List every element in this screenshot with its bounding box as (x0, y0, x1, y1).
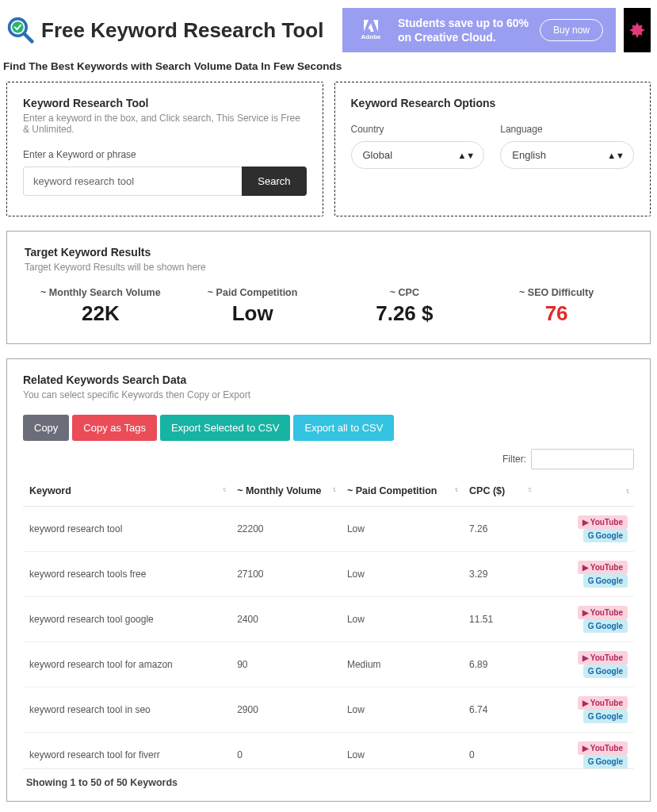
google-badge[interactable]: GGoogle (583, 529, 628, 542)
related-subtitle: You can select specific Keywords then Co… (23, 389, 634, 400)
sort-icon: ↑↓ (454, 485, 456, 493)
table-cell-actions: ▶YouTubeGGoogle (537, 642, 634, 688)
export-selected-csv-button[interactable]: Export Selected to CSV (160, 415, 291, 441)
table-cell: 22200 (231, 507, 341, 552)
table-cell: 0 (231, 733, 341, 770)
table-cell: 0 (463, 733, 537, 770)
table-cell: 7.26 (463, 507, 537, 552)
metric-label: ~ Monthly Search Volume (25, 287, 177, 298)
sort-icon: ↑↓ (528, 485, 530, 493)
table-cell: Low (341, 552, 463, 597)
youtube-badge[interactable]: ▶YouTube (578, 696, 628, 710)
column-header[interactable]: ~ Monthly Volume↑↓ (231, 476, 341, 507)
table-cell: 2400 (231, 597, 341, 642)
search-button[interactable]: Search (242, 167, 306, 196)
google-badge[interactable]: GGoogle (583, 574, 628, 588)
metric-value: 22K (25, 301, 177, 326)
search-card-title: Keyword Research Tool (23, 97, 307, 109)
table-cell: 3.29 (463, 552, 537, 597)
column-header[interactable]: ~ Paid Competition↑↓ (341, 476, 463, 507)
table-cell: 6.74 (463, 688, 537, 733)
google-badge[interactable]: GGoogle (583, 755, 628, 768)
svg-line-1 (25, 34, 32, 42)
youtube-badge[interactable]: ▶YouTube (578, 741, 628, 755)
metric: ~ Paid CompetitionLow (177, 287, 329, 326)
filter-input[interactable] (531, 449, 634, 469)
table-row[interactable]: keyword research tool for fiverr0Low0▶Yo… (23, 733, 634, 770)
metric-label: ~ Paid Competition (177, 287, 329, 298)
column-header[interactable]: Keyword↑↓ (23, 476, 231, 507)
table-summary: Showing 1 to 50 of 50 Keywords (23, 769, 634, 790)
table-row[interactable]: keyword research tools free27100Low3.29▶… (23, 552, 634, 597)
table-cell: keyword research tool in seo (23, 688, 231, 733)
search-card-subtitle: Enter a keyword in the box, and Click se… (23, 113, 307, 135)
ad-cta-button[interactable]: Buy now (540, 19, 603, 41)
table-cell: keyword research tool google (23, 597, 231, 642)
table-row[interactable]: keyword research tool22200Low7.26▶YouTub… (23, 507, 634, 552)
google-badge[interactable]: GGoogle (583, 619, 628, 633)
table-cell: Medium (341, 642, 463, 688)
table-cell: 27100 (231, 552, 341, 597)
table-row[interactable]: keyword research tool google2400Low11.51… (23, 597, 634, 642)
related-title: Related Keywords Search Data (23, 373, 634, 386)
table-cell: Low (341, 597, 463, 642)
country-select[interactable]: Global (351, 141, 485, 169)
copy-as-tags-button[interactable]: Copy as Tags (72, 415, 157, 441)
table-cell-actions: ▶YouTubeGGoogle (537, 552, 634, 597)
google-badge[interactable]: GGoogle (583, 710, 628, 723)
svg-point-2 (12, 21, 23, 33)
options-card-title: Keyword Research Options (351, 97, 635, 109)
table-cell: 90 (231, 642, 341, 688)
keyword-input-label: Enter a Keyword or phrase (23, 149, 307, 160)
table-cell-actions: ▶YouTubeGGoogle (537, 597, 634, 642)
table-row[interactable]: keyword research tool for amazon90Medium… (23, 642, 634, 688)
ad-secondary[interactable] (624, 8, 651, 52)
target-results-card: Target Keyword Results Target Keyword Re… (6, 231, 651, 344)
google-badge[interactable]: GGoogle (583, 665, 628, 678)
magnifier-check-icon (6, 16, 35, 44)
keyword-input[interactable] (23, 167, 242, 196)
youtube-badge[interactable]: ▶YouTube (578, 561, 628, 574)
search-card: Keyword Research Tool Enter a keyword in… (6, 82, 323, 216)
related-keywords-card: Related Keywords Search Data You can sel… (6, 358, 651, 802)
metric-label: ~ CPC (329, 287, 481, 298)
table-row[interactable]: keyword research tool in seo2900Low6.74▶… (23, 688, 634, 733)
country-label: Country (351, 124, 485, 135)
table-cell: keyword research tool for fiverr (23, 733, 231, 770)
youtube-badge[interactable]: ▶YouTube (578, 606, 628, 619)
metric-value: 7.26 $ (329, 301, 481, 326)
table-cell: keyword research tool (23, 507, 231, 552)
table-cell: 6.89 (463, 642, 537, 688)
metric: ~ Monthly Search Volume22K (25, 287, 177, 326)
adobe-logo-icon: Adobe (355, 20, 387, 40)
youtube-badge[interactable]: ▶YouTube (578, 651, 628, 665)
column-header[interactable]: ↑↓ (537, 476, 634, 507)
table-cell: keyword research tool for amazon (23, 642, 231, 688)
ad-text: Students save up to 60% on Creative Clou… (398, 16, 529, 44)
page-subtitle: Find The Best Keywords with Search Volum… (0, 56, 657, 82)
table-cell: keyword research tools free (23, 552, 231, 597)
ad-banner[interactable]: Adobe Students save up to 60% on Creativ… (342, 8, 616, 52)
metric-value: Low (177, 301, 329, 326)
page-title: Free Keyword Research Tool (41, 18, 323, 43)
table-cell: Low (341, 688, 463, 733)
target-results-title: Target Keyword Results (25, 246, 632, 259)
export-all-csv-button[interactable]: Export all to CSV (293, 415, 394, 441)
youtube-badge[interactable]: ▶YouTube (578, 515, 628, 529)
sort-icon: ↑↓ (222, 485, 224, 493)
keywords-table: Keyword↑↓~ Monthly Volume↑↓~ Paid Compet… (23, 476, 634, 769)
table-cell: 2900 (231, 688, 341, 733)
table-cell-actions: ▶YouTubeGGoogle (537, 507, 634, 552)
language-select[interactable]: English (500, 141, 634, 169)
table-cell-actions: ▶YouTubeGGoogle (537, 688, 634, 733)
copy-button[interactable]: Copy (23, 415, 69, 441)
metric: ~ SEO Difficulty76 (480, 287, 632, 326)
metric-label: ~ SEO Difficulty (480, 287, 632, 298)
target-results-subtitle: Target Keyword Results will be shown her… (25, 262, 632, 273)
column-header[interactable]: CPC ($)↑↓ (463, 476, 537, 507)
table-cell-actions: ▶YouTubeGGoogle (537, 733, 634, 770)
metric-value: 76 (480, 301, 632, 326)
sort-icon: ↑↓ (625, 487, 628, 495)
table-cell: Low (341, 507, 463, 552)
sort-icon: ↑↓ (332, 485, 334, 493)
